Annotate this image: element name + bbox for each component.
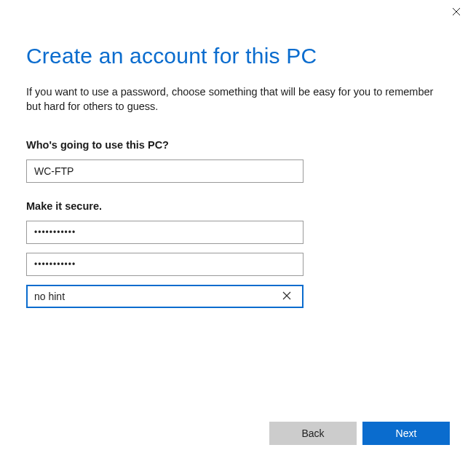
password-input[interactable]: ••••••••••• [26,221,304,244]
password-hint-input[interactable]: no hint [26,285,304,308]
back-button[interactable]: Back [269,422,357,445]
username-value: WC-FTP [34,165,295,177]
close-button[interactable] [450,7,463,20]
clear-hint-button[interactable] [278,286,295,307]
password-confirm-input[interactable]: ••••••••••• [26,253,304,276]
page-description: If you want to use a password, choose so… [26,84,448,114]
dialog-footer: Back Next [269,422,450,445]
password-confirm-mask: ••••••••••• [34,259,295,269]
username-input[interactable]: WC-FTP [26,159,304,183]
close-icon [282,291,291,302]
password-hint-value: no hint [34,291,278,302]
next-button[interactable]: Next [362,422,450,445]
close-icon [450,7,463,16]
page-title: Create an account for this PC [26,44,450,68]
password-mask: ••••••••••• [34,227,295,237]
dialog-content: Create an account for this PC If you wan… [0,0,476,308]
secure-section-label: Make it secure. [26,200,450,212]
username-section-label: Who's going to use this PC? [26,139,450,151]
